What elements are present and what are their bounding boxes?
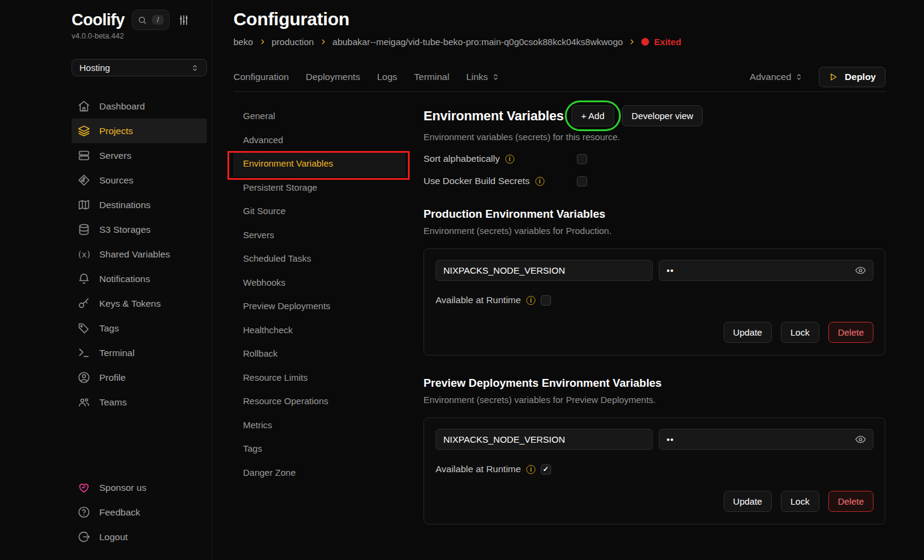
tab-configuration[interactable]: Configuration	[233, 72, 289, 82]
status-text: Exited	[654, 37, 681, 47]
lock-button[interactable]: Lock	[781, 322, 819, 343]
tab-deployments[interactable]: Deployments	[306, 72, 360, 82]
env-value-input[interactable]	[659, 260, 873, 281]
sort-alphabetically-label: Sort alphabetically	[424, 153, 500, 164]
coolify-app: Coolify / v4.0.0-beta.442 Hosting Dashbo…	[0, 0, 924, 560]
env-key-input[interactable]	[436, 429, 653, 450]
available-at-runtime-row: Available at Runtime ✓	[436, 464, 873, 475]
sidebar-item-projects[interactable]: Projects	[72, 118, 207, 143]
server-icon	[78, 149, 90, 162]
tab-logs[interactable]: Logs	[377, 72, 398, 82]
production-section-subtitle: Environment (secrets) variables for Prod…	[424, 226, 886, 236]
deploy-button[interactable]: Deploy	[819, 67, 886, 87]
search-button[interactable]: /	[132, 10, 170, 30]
eye-icon	[855, 265, 866, 276]
sidebar-item-sources[interactable]: Sources	[72, 168, 207, 192]
sidebar-item-notifications[interactable]: Notifications	[72, 266, 207, 291]
tab-links[interactable]: Links	[466, 72, 500, 82]
sidebar-item-profile[interactable]: Profile	[72, 365, 207, 390]
sidebar-item-terminal[interactable]: Terminal	[72, 340, 207, 365]
sidebar-item-sponsor-us[interactable]: Sponsor us	[72, 475, 207, 500]
sidebar-item-keys-tokens[interactable]: Keys & Tokens	[72, 291, 207, 316]
app-logo: Coolify	[72, 11, 125, 29]
runtime-checkbox-0[interactable]: ✓	[541, 295, 551, 306]
team-selector-value: Hosting	[79, 63, 110, 73]
sidebar-item-s3-storages[interactable]: S3 Storages	[72, 217, 207, 242]
breadcrumb-environment[interactable]: production	[272, 37, 314, 47]
available-at-runtime-row: Available at Runtime ✓	[436, 295, 873, 306]
sidebar-item-tags[interactable]: Tags	[72, 316, 207, 340]
git-source-icon	[78, 174, 90, 186]
runtime-checkbox-1[interactable]: ✓	[541, 464, 551, 475]
logout-icon	[78, 531, 90, 543]
subnav-item-healthcheck[interactable]: Healthcheck	[233, 319, 405, 343]
reveal-value-button[interactable]	[855, 265, 866, 276]
tabs-divider	[233, 91, 886, 92]
sidebar-item-label: Destinations	[99, 200, 150, 211]
env-value-input[interactable]	[659, 429, 873, 450]
breadcrumb-resource[interactable]: abubakar--meigag/vid-tube-beko-pro:main-…	[333, 37, 623, 47]
team-selector[interactable]: Hosting	[72, 59, 207, 76]
reveal-value-button[interactable]	[855, 434, 866, 445]
settings-sliders-button[interactable]	[178, 14, 189, 26]
sidebar-item-label: Sources	[99, 175, 134, 186]
advanced-dropdown[interactable]: Advanced	[750, 72, 803, 82]
subnav-item-metrics[interactable]: Metrics	[233, 414, 405, 438]
subnav-item-scheduled-tasks[interactable]: Scheduled Tasks	[233, 248, 405, 272]
subnav-item-git-source[interactable]: Git Source	[233, 200, 405, 224]
subnav-item-general[interactable]: General	[233, 105, 405, 129]
main-content: Configuration beko production abubakar--…	[212, 0, 924, 560]
user-circle-icon	[78, 371, 90, 384]
tag-icon	[78, 322, 90, 334]
subnav-item-persistent-storage[interactable]: Persistent Storage	[233, 177, 405, 201]
sidebar-item-label: Shared Variables	[99, 249, 170, 260]
sidebar-item-dashboard[interactable]: Dashboard	[72, 94, 207, 118]
sidebar-item-feedback[interactable]: Feedback	[72, 500, 207, 525]
subnav-item-webhooks[interactable]: Webhooks	[233, 272, 405, 296]
sidebar-item-label: Logout	[99, 532, 128, 543]
sidebar-item-label: Projects	[99, 126, 133, 137]
update-button[interactable]: Update	[724, 491, 772, 512]
chevrons-up-down-icon	[795, 73, 803, 81]
update-button[interactable]: Update	[724, 322, 772, 343]
subnav-item-resource-limits[interactable]: Resource Limits	[233, 367, 405, 391]
lock-button[interactable]: Lock	[781, 491, 819, 512]
info-icon[interactable]	[526, 465, 535, 474]
subnav-item-servers[interactable]: Servers	[233, 224, 405, 248]
subnav-item-tags[interactable]: Tags	[233, 438, 405, 462]
advanced-dropdown-label: Advanced	[750, 72, 791, 82]
available-at-runtime-label: Available at Runtime	[436, 295, 521, 306]
status-dot-icon	[641, 38, 649, 46]
subnav-item-resource-operations[interactable]: Resource Operations	[233, 390, 405, 414]
chevron-right-icon	[629, 38, 635, 45]
info-icon[interactable]	[535, 177, 544, 186]
sidebar-item-label: Tags	[99, 323, 119, 334]
sidebar-item-servers[interactable]: Servers	[72, 143, 207, 168]
info-icon[interactable]	[505, 155, 514, 164]
add-button[interactable]: + Add	[571, 105, 614, 126]
sort-alphabetically-checkbox[interactable]: ✓	[577, 154, 587, 164]
subnav-item-danger-zone[interactable]: Danger Zone	[233, 462, 405, 486]
sidebar-item-label: Dashboard	[99, 101, 145, 112]
info-icon[interactable]	[526, 296, 535, 305]
play-icon	[828, 72, 838, 82]
sidebar-item-destinations[interactable]: Destinations	[72, 192, 207, 217]
subnav-item-preview-deployments[interactable]: Preview Deployments	[233, 295, 405, 319]
env-vars-heading: Environment Variables	[424, 108, 564, 124]
env-key-input[interactable]	[436, 260, 653, 281]
tab-terminal[interactable]: Terminal	[414, 72, 449, 82]
subnav-item-environment-variables[interactable]: Environment Variables	[233, 153, 405, 177]
sidebar-item-teams[interactable]: Teams	[72, 390, 207, 414]
delete-button[interactable]: Delete	[828, 322, 873, 343]
developer-view-button[interactable]: Developer view	[622, 105, 703, 126]
breadcrumb-team[interactable]: beko	[233, 37, 253, 47]
sort-alphabetically-row: Sort alphabetically ✓	[424, 153, 886, 164]
sidebar-footer: Sponsor us Feedback Logout	[72, 475, 207, 549]
docker-build-secrets-checkbox[interactable]: ✓	[577, 176, 587, 186]
sidebar-item-logout[interactable]: Logout	[72, 525, 207, 549]
tabs-row: Configuration Deployments Logs Terminal …	[233, 66, 886, 88]
delete-button[interactable]: Delete	[828, 491, 873, 512]
subnav-item-rollback[interactable]: Rollback	[233, 343, 405, 367]
subnav-item-advanced[interactable]: Advanced	[233, 129, 405, 153]
sidebar-item-shared-variables[interactable]: (x) Shared Variables	[72, 242, 207, 266]
